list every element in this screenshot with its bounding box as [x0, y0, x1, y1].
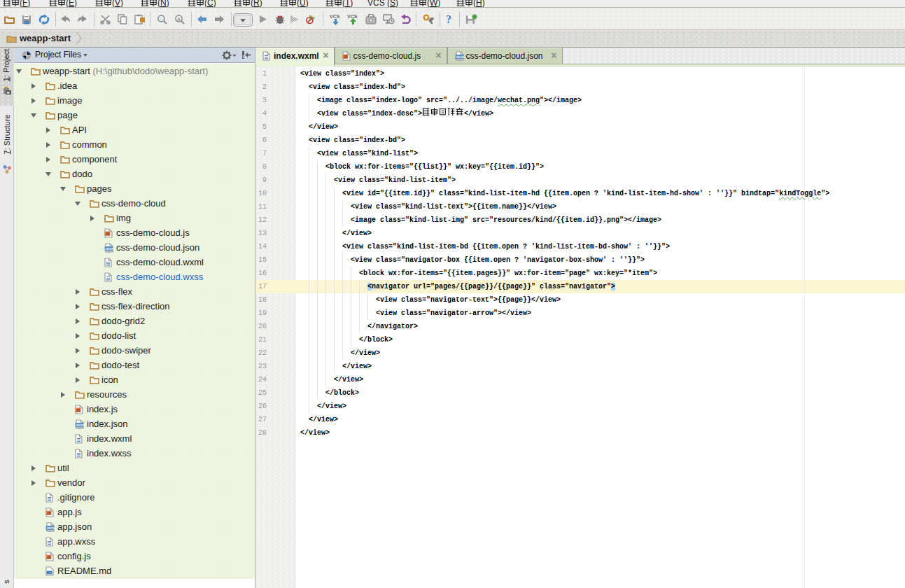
svg-text:JSON: JSON — [46, 526, 55, 530]
svg-text:JSON: JSON — [105, 247, 113, 251]
svg-text:JS: JS — [47, 510, 52, 514]
svg-text:JS: JS — [76, 407, 81, 412]
svg-text:JS: JS — [343, 55, 348, 59]
svg-text:?: ? — [446, 13, 451, 25]
svg-text:MD: MD — [47, 570, 52, 575]
svg-text:VCS: VCS — [330, 14, 340, 19]
svg-text:JSON: JSON — [76, 424, 84, 427]
svg-text:JS: JS — [106, 231, 111, 235]
svg-text:A: A — [177, 17, 181, 22]
svg-text:JSON: JSON — [456, 55, 464, 59]
svg-text:VCS: VCS — [347, 14, 358, 19]
svg-text:JS: JS — [47, 554, 52, 559]
